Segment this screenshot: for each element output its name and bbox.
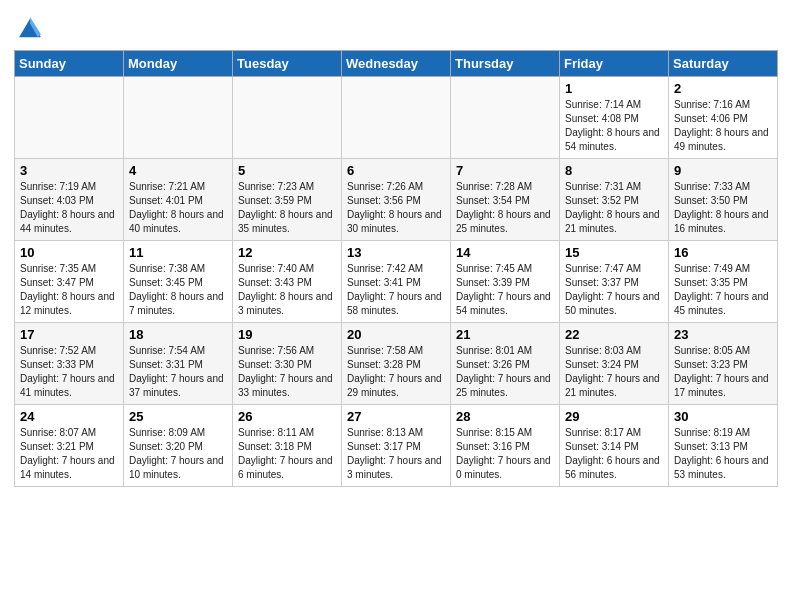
day-number: 21 [456,327,554,342]
day-number: 22 [565,327,663,342]
calendar-cell: 25Sunrise: 8:09 AM Sunset: 3:20 PM Dayli… [124,405,233,487]
weekday-header-row: SundayMondayTuesdayWednesdayThursdayFrid… [15,51,778,77]
day-number: 3 [20,163,118,178]
calendar-cell: 17Sunrise: 7:52 AM Sunset: 3:33 PM Dayli… [15,323,124,405]
day-info: Sunrise: 7:47 AM Sunset: 3:37 PM Dayligh… [565,262,663,318]
calendar-week-5: 24Sunrise: 8:07 AM Sunset: 3:21 PM Dayli… [15,405,778,487]
logo-icon [16,14,44,42]
calendar-cell: 6Sunrise: 7:26 AM Sunset: 3:56 PM Daylig… [342,159,451,241]
weekday-wednesday: Wednesday [342,51,451,77]
day-info: Sunrise: 8:03 AM Sunset: 3:24 PM Dayligh… [565,344,663,400]
day-number: 8 [565,163,663,178]
day-number: 28 [456,409,554,424]
calendar-cell: 12Sunrise: 7:40 AM Sunset: 3:43 PM Dayli… [233,241,342,323]
calendar-cell: 22Sunrise: 8:03 AM Sunset: 3:24 PM Dayli… [560,323,669,405]
day-number: 24 [20,409,118,424]
day-info: Sunrise: 7:52 AM Sunset: 3:33 PM Dayligh… [20,344,118,400]
calendar-cell: 1Sunrise: 7:14 AM Sunset: 4:08 PM Daylig… [560,77,669,159]
calendar: SundayMondayTuesdayWednesdayThursdayFrid… [14,50,778,487]
day-info: Sunrise: 8:17 AM Sunset: 3:14 PM Dayligh… [565,426,663,482]
day-info: Sunrise: 7:45 AM Sunset: 3:39 PM Dayligh… [456,262,554,318]
calendar-cell: 21Sunrise: 8:01 AM Sunset: 3:26 PM Dayli… [451,323,560,405]
day-info: Sunrise: 7:23 AM Sunset: 3:59 PM Dayligh… [238,180,336,236]
calendar-cell: 28Sunrise: 8:15 AM Sunset: 3:16 PM Dayli… [451,405,560,487]
day-number: 16 [674,245,772,260]
day-number: 27 [347,409,445,424]
day-number: 1 [565,81,663,96]
calendar-cell: 5Sunrise: 7:23 AM Sunset: 3:59 PM Daylig… [233,159,342,241]
weekday-tuesday: Tuesday [233,51,342,77]
calendar-cell: 4Sunrise: 7:21 AM Sunset: 4:01 PM Daylig… [124,159,233,241]
day-number: 2 [674,81,772,96]
calendar-cell: 23Sunrise: 8:05 AM Sunset: 3:23 PM Dayli… [669,323,778,405]
day-number: 6 [347,163,445,178]
weekday-monday: Monday [124,51,233,77]
day-number: 12 [238,245,336,260]
weekday-saturday: Saturday [669,51,778,77]
header [14,10,778,42]
calendar-cell: 13Sunrise: 7:42 AM Sunset: 3:41 PM Dayli… [342,241,451,323]
day-info: Sunrise: 7:38 AM Sunset: 3:45 PM Dayligh… [129,262,227,318]
day-number: 26 [238,409,336,424]
day-info: Sunrise: 8:01 AM Sunset: 3:26 PM Dayligh… [456,344,554,400]
calendar-cell: 27Sunrise: 8:13 AM Sunset: 3:17 PM Dayli… [342,405,451,487]
day-number: 14 [456,245,554,260]
calendar-cell: 26Sunrise: 8:11 AM Sunset: 3:18 PM Dayli… [233,405,342,487]
day-info: Sunrise: 7:56 AM Sunset: 3:30 PM Dayligh… [238,344,336,400]
day-info: Sunrise: 7:49 AM Sunset: 3:35 PM Dayligh… [674,262,772,318]
day-number: 4 [129,163,227,178]
day-info: Sunrise: 7:26 AM Sunset: 3:56 PM Dayligh… [347,180,445,236]
calendar-cell [342,77,451,159]
weekday-friday: Friday [560,51,669,77]
day-info: Sunrise: 7:28 AM Sunset: 3:54 PM Dayligh… [456,180,554,236]
day-info: Sunrise: 7:19 AM Sunset: 4:03 PM Dayligh… [20,180,118,236]
day-info: Sunrise: 7:42 AM Sunset: 3:41 PM Dayligh… [347,262,445,318]
calendar-week-2: 3Sunrise: 7:19 AM Sunset: 4:03 PM Daylig… [15,159,778,241]
calendar-cell: 18Sunrise: 7:54 AM Sunset: 3:31 PM Dayli… [124,323,233,405]
day-number: 25 [129,409,227,424]
page: SundayMondayTuesdayWednesdayThursdayFrid… [0,0,792,497]
calendar-cell: 7Sunrise: 7:28 AM Sunset: 3:54 PM Daylig… [451,159,560,241]
calendar-cell: 8Sunrise: 7:31 AM Sunset: 3:52 PM Daylig… [560,159,669,241]
calendar-cell: 30Sunrise: 8:19 AM Sunset: 3:13 PM Dayli… [669,405,778,487]
calendar-week-3: 10Sunrise: 7:35 AM Sunset: 3:47 PM Dayli… [15,241,778,323]
day-number: 10 [20,245,118,260]
calendar-cell: 15Sunrise: 7:47 AM Sunset: 3:37 PM Dayli… [560,241,669,323]
day-number: 18 [129,327,227,342]
calendar-cell: 10Sunrise: 7:35 AM Sunset: 3:47 PM Dayli… [15,241,124,323]
day-info: Sunrise: 8:05 AM Sunset: 3:23 PM Dayligh… [674,344,772,400]
day-number: 5 [238,163,336,178]
calendar-cell [124,77,233,159]
day-number: 7 [456,163,554,178]
day-info: Sunrise: 8:07 AM Sunset: 3:21 PM Dayligh… [20,426,118,482]
day-info: Sunrise: 7:31 AM Sunset: 3:52 PM Dayligh… [565,180,663,236]
calendar-cell: 11Sunrise: 7:38 AM Sunset: 3:45 PM Dayli… [124,241,233,323]
day-info: Sunrise: 8:11 AM Sunset: 3:18 PM Dayligh… [238,426,336,482]
calendar-cell [233,77,342,159]
weekday-sunday: Sunday [15,51,124,77]
calendar-cell: 2Sunrise: 7:16 AM Sunset: 4:06 PM Daylig… [669,77,778,159]
day-info: Sunrise: 8:09 AM Sunset: 3:20 PM Dayligh… [129,426,227,482]
day-info: Sunrise: 7:16 AM Sunset: 4:06 PM Dayligh… [674,98,772,154]
weekday-thursday: Thursday [451,51,560,77]
calendar-cell: 9Sunrise: 7:33 AM Sunset: 3:50 PM Daylig… [669,159,778,241]
day-info: Sunrise: 8:19 AM Sunset: 3:13 PM Dayligh… [674,426,772,482]
day-number: 30 [674,409,772,424]
day-number: 9 [674,163,772,178]
day-number: 11 [129,245,227,260]
day-info: Sunrise: 7:33 AM Sunset: 3:50 PM Dayligh… [674,180,772,236]
day-number: 20 [347,327,445,342]
calendar-week-1: 1Sunrise: 7:14 AM Sunset: 4:08 PM Daylig… [15,77,778,159]
day-number: 15 [565,245,663,260]
calendar-cell [451,77,560,159]
calendar-cell: 14Sunrise: 7:45 AM Sunset: 3:39 PM Dayli… [451,241,560,323]
day-number: 29 [565,409,663,424]
day-info: Sunrise: 7:21 AM Sunset: 4:01 PM Dayligh… [129,180,227,236]
calendar-cell: 16Sunrise: 7:49 AM Sunset: 3:35 PM Dayli… [669,241,778,323]
calendar-cell: 20Sunrise: 7:58 AM Sunset: 3:28 PM Dayli… [342,323,451,405]
day-info: Sunrise: 8:13 AM Sunset: 3:17 PM Dayligh… [347,426,445,482]
day-info: Sunrise: 7:58 AM Sunset: 3:28 PM Dayligh… [347,344,445,400]
calendar-cell: 29Sunrise: 8:17 AM Sunset: 3:14 PM Dayli… [560,405,669,487]
day-info: Sunrise: 7:40 AM Sunset: 3:43 PM Dayligh… [238,262,336,318]
day-info: Sunrise: 8:15 AM Sunset: 3:16 PM Dayligh… [456,426,554,482]
